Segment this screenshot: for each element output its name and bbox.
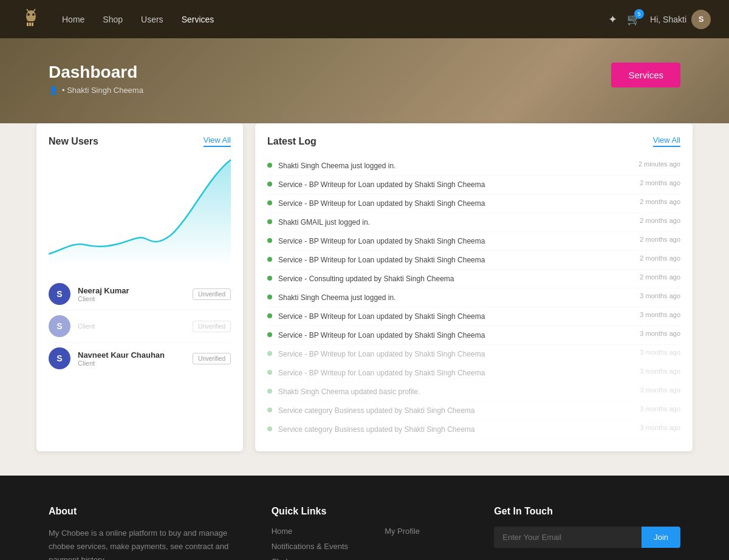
log-dot [267,219,272,224]
log-time: 2 months ago [640,217,680,224]
log-text: Shakti Singh Cheema just logged in. [278,160,626,171]
svg-line-7 [27,9,29,12]
services-button[interactable]: Services [611,63,680,87]
log-dot [267,426,272,431]
log-dot [267,200,272,205]
log-item: Service - BP Writeup for Loan updated by… [267,345,680,364]
join-button[interactable]: Join [642,527,680,548]
log-time: 3 months ago [640,367,680,375]
dashboard-info: Dashboard 👤 • Shakti Singh Cheema [49,63,143,95]
log-dot [267,257,272,262]
nav-home[interactable]: Home [62,15,84,24]
avatar[interactable]: S [691,10,711,29]
nav-services[interactable]: Services [182,15,214,24]
log-item: Shakti Singh Cheema updated basic profil… [267,383,680,401]
log-text: Shakti GMAIL just logged in. [278,217,628,228]
footer-contact: Get In Touch Join [494,506,680,560]
nav-users[interactable]: Users [141,15,163,24]
svg-point-6 [32,13,35,16]
log-text: Service - BP Writeup for Loan updated by… [278,236,628,247]
log-dot [267,295,272,299]
new-users-view-all[interactable]: View All [204,135,231,147]
log-dot [267,389,272,394]
footer-link-profile[interactable]: My Profile [385,527,420,536]
log-text: Service - BP Writeup for Loan updated by… [278,311,628,322]
grid-icon[interactable]: ✦ [608,13,617,26]
footer: About My Chobee is a online platform to … [0,476,729,560]
user-role: Client [78,295,185,302]
nav-left: Home Shop Users Services [18,7,214,32]
nav-user: Hi, Shakti S [650,10,711,29]
log-item: Service - BP Writeup for Loan updated by… [267,307,680,326]
cart-icon-wrapper[interactable]: 🛒 5 [627,13,640,26]
logo-icon [18,7,44,32]
unverified-badge: Unverified [193,353,231,364]
email-input[interactable] [494,527,642,548]
footer-about-text: My Chobee is a online platform to buy an… [49,527,235,560]
log-time: 3 months ago [640,330,680,337]
log-text: Service - Consulting updated by Shakti S… [278,273,628,284]
footer-link-chobee[interactable]: Chobee.ca [272,557,348,560]
user-role: Client [78,360,185,367]
chart-svg [49,157,231,266]
log-item: Shakti GMAIL just logged in. 2 months ag… [267,213,680,232]
log-time: 2 months ago [640,273,680,281]
email-form: Join [494,527,680,548]
footer-link-notifications[interactable]: Notifications & Events [272,542,348,551]
footer-links: Home Notifications & Events Chobee.ca My… [272,527,458,560]
footer-top: About My Chobee is a online platform to … [49,506,680,560]
new-users-card: New Users View All S [36,123,243,451]
user-icon: 👤 [49,86,58,95]
user-list: S Neeraj Kumar Client Unverified S Clien… [49,278,231,374]
logo[interactable] [18,7,44,32]
page-title: Dashboard [49,63,143,82]
log-item: Service - BP Writeup for Loan updated by… [267,176,680,194]
new-users-title: New Users [49,136,98,147]
log-item: Service - BP Writeup for Loan updated by… [267,251,680,270]
latest-log-title: Latest Log [267,136,317,147]
latest-log-header: Latest Log View All [267,135,680,147]
log-text: Service category Business updated by Sha… [278,424,628,435]
log-time: 2 months ago [640,198,680,205]
log-item: Shakti Singh Cheema just logged in. 3 mo… [267,289,680,307]
log-time: 2 months ago [640,254,680,262]
cart-badge: 5 [634,9,644,19]
log-text: Service - BP Writeup for Loan updated by… [278,254,628,265]
log-item: Shakti Singh Cheema just logged in. 2 mi… [267,157,680,176]
log-text: Shakti Singh Cheema just logged in. [278,292,628,303]
log-text: Service - BP Writeup for Loan updated by… [278,198,628,209]
log-item: Service - BP Writeup for Loan updated by… [267,364,680,383]
log-dot [267,182,272,186]
footer-links-col2: My Profile [385,527,420,560]
user-item: S Client Unverified [49,310,231,343]
log-item: Service - Consulting updated by Shakti S… [267,270,680,289]
footer-link-home[interactable]: Home [272,527,348,536]
svg-line-8 [33,9,35,12]
user-avatar: S [49,347,70,369]
footer-about-title: About [49,506,235,517]
svg-rect-3 [29,22,31,26]
footer-contact-title: Get In Touch [494,506,680,517]
svg-rect-4 [32,22,33,26]
user-info: Client [78,323,185,330]
log-text: Shakti Singh Cheema updated basic profil… [278,386,628,397]
user-info: Navneet Kaur Chauhan Client [78,350,185,367]
latest-log-view-all[interactable]: View All [653,135,680,147]
log-time: 3 months ago [640,292,680,299]
navbar: Home Shop Users Services ✦ 🛒 5 Hi, Shakt… [0,0,729,38]
nav-shop[interactable]: Shop [103,15,123,24]
log-item: Service - BP Writeup for Loan updated by… [267,194,680,213]
svg-point-5 [27,13,30,16]
log-time: 2 months ago [640,179,680,186]
nav-right: ✦ 🛒 5 Hi, Shakti S [608,10,711,29]
new-users-header: New Users View All [49,135,231,147]
log-time: 2 minutes ago [638,160,680,168]
log-text: Service category Business updated by Sha… [278,405,628,416]
user-name: Neeraj Kumar [78,286,185,295]
cards-row: New Users View All S [36,123,693,451]
log-dot [267,351,272,356]
latest-log-card: Latest Log View All Shakti Singh Cheema … [255,123,693,451]
user-name: Navneet Kaur Chauhan [78,350,185,360]
log-text: Service - BP Writeup for Loan updated by… [278,179,628,190]
main-content: New Users View All S [0,123,729,476]
